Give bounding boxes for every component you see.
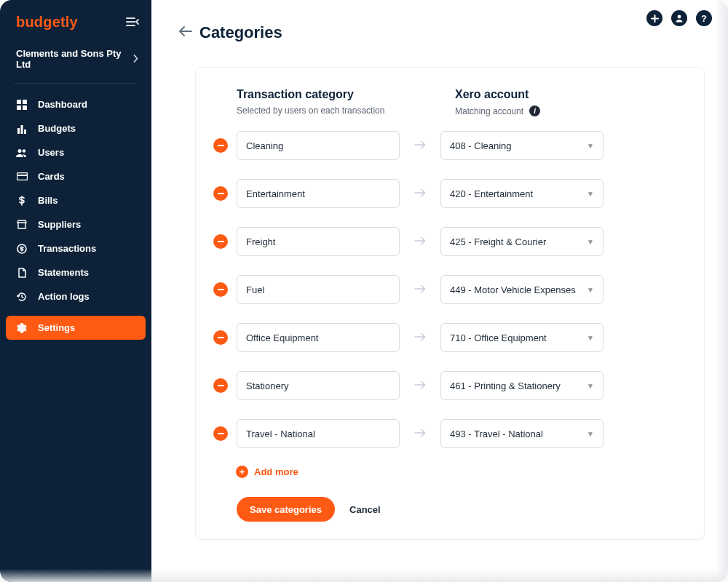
arrow-right-icon: [400, 331, 440, 344]
chart-icon: [16, 124, 28, 134]
sidebar-item-cards[interactable]: Cards: [0, 164, 151, 188]
sidebar-item-budgets[interactable]: Budgets: [0, 116, 151, 140]
company-name: Clements and Sons Pty Ltd: [16, 48, 133, 70]
category-row: 420 - Entertainment ▼: [237, 179, 689, 208]
account-select-value: 710 - Office Equipment: [450, 332, 547, 343]
account-select-value: 425 - Freight & Courier: [450, 236, 546, 247]
account-select[interactable]: 710 - Office Equipment ▼: [440, 323, 604, 352]
remove-row-button[interactable]: [213, 234, 228, 249]
account-select[interactable]: 425 - Freight & Courier ▼: [440, 227, 604, 256]
category-input[interactable]: [237, 227, 400, 256]
sidebar-item-dashboard[interactable]: Dashboard: [0, 92, 151, 116]
remove-row-button[interactable]: [213, 426, 228, 441]
xero-account-title: Xero account: [455, 88, 540, 101]
account-select[interactable]: 408 - Cleaning ▼: [440, 131, 604, 160]
svg-rect-5: [21, 125, 23, 134]
main-content: ? Categories Transaction category Select…: [151, 0, 728, 582]
svg-rect-3: [23, 105, 27, 110]
account-select-value: 493 - Travel - National: [450, 428, 543, 439]
transaction-category-title: Transaction category: [237, 88, 455, 101]
minus-icon: [218, 337, 224, 338]
account-select-value: 461 - Printing & Stationery: [450, 380, 561, 391]
sidebar-item-label: Suppliers: [38, 219, 81, 230]
svg-rect-0: [17, 100, 21, 104]
category-input[interactable]: [237, 131, 400, 160]
sidebar-item-users[interactable]: Users: [0, 140, 151, 164]
account-select[interactable]: 461 - Printing & Stationery ▼: [440, 371, 604, 400]
account-button[interactable]: [671, 10, 687, 26]
svg-rect-2: [17, 105, 21, 110]
add-button[interactable]: [646, 10, 662, 26]
chevron-down-icon: ▼: [587, 190, 594, 198]
category-row: 461 - Printing & Stationery ▼: [237, 371, 689, 400]
account-select-value: 449 - Motor Vehicle Expenses: [450, 284, 576, 295]
coin-icon: [16, 244, 28, 254]
remove-row-button[interactable]: [213, 186, 228, 201]
sidebar-item-action-logs[interactable]: Action logs: [0, 284, 151, 308]
user-icon: [675, 14, 684, 23]
add-more-label: Add more: [254, 466, 298, 477]
account-select[interactable]: 493 - Travel - National ▼: [440, 419, 604, 448]
category-row: 493 - Travel - National ▼: [237, 419, 689, 448]
category-rows: 408 - Cleaning ▼ 420 - Entertainment ▼ 4…: [237, 131, 689, 448]
columns-header: Transaction category Selected by users o…: [237, 88, 689, 116]
document-icon: [16, 268, 28, 278]
sidebar-item-label: Statements: [38, 267, 89, 278]
svg-point-7: [18, 149, 22, 153]
dashboard-icon: [16, 100, 28, 110]
category-input[interactable]: [237, 323, 400, 352]
sidebar-collapse-button[interactable]: [124, 13, 141, 31]
chevron-right-icon: [133, 52, 138, 65]
sidebar-item-label: Dashboard: [38, 99, 87, 110]
remove-row-button[interactable]: [213, 138, 228, 153]
remove-row-button[interactable]: [213, 282, 228, 297]
gear-icon: [16, 323, 28, 333]
category-row: 710 - Office Equipment ▼: [237, 323, 689, 352]
store-icon: [16, 220, 28, 229]
arrow-right-icon: [400, 283, 440, 296]
info-icon: i: [534, 107, 536, 115]
brand-logo: budgetly: [16, 14, 78, 31]
collapse-icon: [126, 17, 139, 27]
question-icon: ?: [701, 13, 707, 24]
sidebar-item-label: Users: [38, 147, 64, 158]
sidebar-item-label: Budgets: [38, 123, 76, 134]
page-header: Categories: [151, 0, 728, 42]
remove-row-button[interactable]: [213, 378, 228, 393]
add-more-button[interactable]: + Add more: [236, 466, 689, 478]
account-select-value: 420 - Entertainment: [450, 188, 533, 199]
back-button[interactable]: [179, 26, 192, 39]
sidebar-item-label: Transactions: [38, 243, 96, 254]
category-input[interactable]: [237, 275, 400, 304]
help-button[interactable]: ?: [696, 10, 712, 26]
cancel-button[interactable]: Cancel: [349, 504, 381, 515]
svg-rect-4: [17, 128, 20, 134]
category-row: 425 - Freight & Courier ▼: [237, 227, 689, 256]
account-select[interactable]: 420 - Entertainment ▼: [440, 179, 604, 208]
category-input[interactable]: [237, 371, 400, 400]
info-tooltip-button[interactable]: i: [529, 105, 540, 116]
sidebar-item-statements[interactable]: Statements: [0, 260, 151, 284]
xero-account-subtitle: Matching account: [455, 106, 523, 116]
card-icon: [16, 172, 28, 180]
sidebar-nav: Dashboard Budgets Users Cards: [0, 89, 151, 340]
category-row: 449 - Motor Vehicle Expenses ▼: [237, 275, 689, 304]
category-input[interactable]: [237, 419, 400, 448]
arrow-right-icon: [400, 187, 440, 200]
remove-row-button[interactable]: [213, 330, 228, 345]
categories-panel: Transaction category Selected by users o…: [195, 67, 705, 540]
sidebar-item-suppliers[interactable]: Suppliers: [0, 212, 151, 236]
sidebar-item-bills[interactable]: Bills: [0, 188, 151, 212]
plus-circle-icon: +: [236, 466, 248, 478]
minus-icon: [218, 289, 224, 290]
arrow-right-icon: [400, 235, 440, 248]
account-select[interactable]: 449 - Motor Vehicle Expenses ▼: [440, 275, 604, 304]
sidebar-item-settings[interactable]: Settings: [6, 316, 146, 340]
company-switcher[interactable]: Clements and Sons Pty Ltd: [0, 39, 151, 80]
save-button[interactable]: Save categories: [237, 497, 335, 522]
chevron-down-icon: ▼: [587, 238, 594, 246]
sidebar-item-transactions[interactable]: Transactions: [0, 236, 151, 260]
history-icon: [16, 292, 28, 302]
page-title: Categories: [199, 23, 282, 42]
category-input[interactable]: [237, 179, 400, 208]
